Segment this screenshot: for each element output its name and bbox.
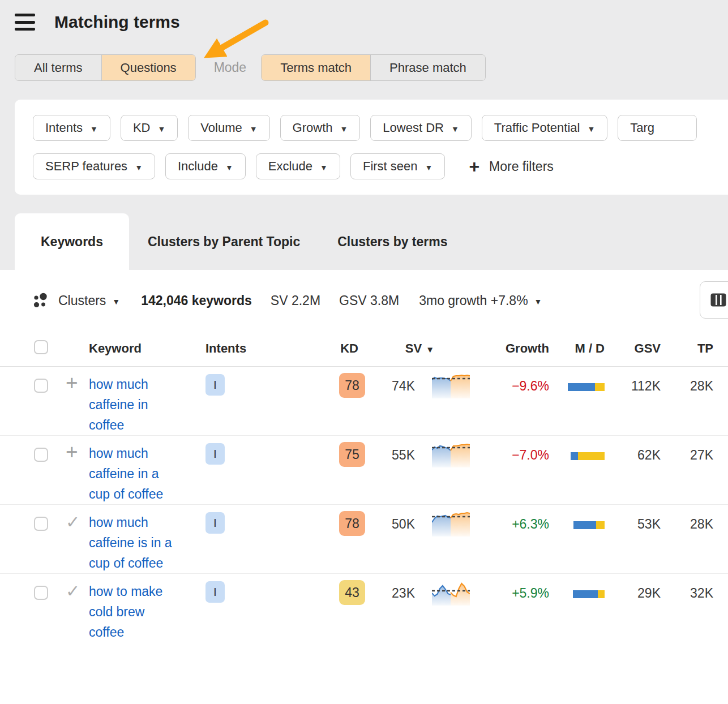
table-row: ✓ how much caffeine is in a cup of coffe…	[0, 505, 728, 574]
filter-volume[interactable]: Volume▼	[188, 115, 269, 141]
filter-lowest-dr[interactable]: Lowest DR▼	[370, 115, 471, 141]
sv-trend-sparkline	[415, 505, 470, 540]
intent-badge[interactable]: I	[205, 374, 225, 396]
keyword-link[interactable]: how much caffeine in coffee	[89, 367, 175, 435]
tp-value: 27K	[661, 436, 713, 468]
filter-exclude[interactable]: Exclude▼	[256, 153, 340, 179]
row-checkbox[interactable]	[34, 379, 48, 393]
gsv-value: 112K	[605, 367, 661, 399]
md-desktop-segment	[598, 590, 605, 598]
tab-keywords[interactable]: Keywords	[15, 213, 129, 270]
chevron-down-icon: ▼	[112, 297, 120, 306]
sv-trend-sparkline	[415, 574, 470, 609]
chevron-down-icon: ▼	[425, 163, 433, 172]
md-desktop-segment	[595, 383, 605, 391]
all-terms-button[interactable]: All terms	[15, 55, 101, 80]
gsv-value: 62K	[605, 436, 661, 468]
kd-badge: 78	[339, 373, 365, 398]
keyword-link[interactable]: how much caffeine is in a cup of coffee	[89, 505, 175, 573]
kd-badge: 43	[339, 580, 365, 605]
row-action-icon[interactable]: +	[61, 436, 89, 461]
chevron-down-icon: ▼	[250, 125, 258, 134]
intent-badge[interactable]: I	[205, 581, 225, 603]
table-header: Keyword Intents KD SV▼ Growth M / D GSV …	[0, 331, 728, 367]
intent-badge[interactable]: I	[205, 443, 225, 465]
filters-row-1: Intents▼KD▼Volume▼Growth▼Lowest DR▼Traff…	[15, 115, 728, 141]
growth-value: +6.3%	[470, 505, 549, 537]
mobile-desktop-bar	[549, 505, 605, 533]
match-mode-toggle: Terms match Phrase match	[261, 54, 486, 81]
clusters-dropdown[interactable]: Clusters ▼	[33, 293, 120, 308]
table-body: + how much caffeine in coffee I 78 74K −…	[0, 367, 728, 642]
gsv-value: 29K	[605, 574, 661, 606]
chevron-down-icon: ▼	[135, 163, 143, 172]
growth-summary-dropdown[interactable]: 3mo growth +7.8% ▼	[419, 293, 542, 308]
chevron-down-icon: ▼	[451, 125, 459, 134]
sv-value: 50K	[365, 505, 415, 537]
col-growth[interactable]: Growth	[470, 341, 549, 356]
table-row: + how much caffeine in a cup of coffee I…	[0, 436, 728, 505]
filter-growth[interactable]: Growth▼	[280, 115, 361, 141]
growth-value: −7.0%	[470, 436, 549, 468]
md-mobile-segment	[568, 383, 595, 391]
row-action-icon[interactable]: +	[61, 367, 89, 392]
chevron-down-icon: ▼	[587, 125, 595, 134]
tp-value: 28K	[661, 367, 713, 399]
terms-match-button[interactable]: Terms match	[262, 55, 370, 80]
select-all-checkbox[interactable]	[34, 340, 48, 354]
menu-icon[interactable]	[15, 14, 35, 31]
filter-first-seen[interactable]: First seen▼	[350, 153, 445, 179]
sv-value: 23K	[365, 574, 415, 606]
row-checkbox[interactable]	[34, 586, 48, 600]
md-mobile-segment	[573, 590, 598, 598]
md-desktop-segment	[578, 452, 605, 460]
filter-serp-features[interactable]: SERP features▼	[33, 153, 155, 179]
table-row: ✓ how to make cold brew coffee I 43 23K …	[0, 574, 728, 642]
filters-row-2: SERP features▼Include▼Exclude▼First seen…	[15, 153, 728, 179]
chevron-down-icon: ▼	[225, 163, 233, 172]
filters-panel: Intents▼KD▼Volume▼Growth▼Lowest DR▼Traff…	[15, 100, 728, 195]
filter-intents[interactable]: Intents▼	[33, 115, 110, 141]
tab-clusters-by-terms[interactable]: Clusters by terms	[319, 213, 466, 270]
col-sv-sorted[interactable]: SV▼	[405, 341, 434, 355]
keyword-link[interactable]: how much caffeine in a cup of coffee	[89, 436, 175, 504]
filter-include[interactable]: Include▼	[165, 153, 246, 179]
row-checkbox[interactable]	[34, 517, 48, 531]
tp-value: 28K	[661, 505, 713, 537]
growth-value: −9.6%	[470, 367, 549, 399]
kd-badge: 78	[339, 511, 365, 536]
intent-badge[interactable]: I	[205, 512, 225, 534]
mobile-desktop-bar	[549, 367, 605, 394]
md-desktop-segment	[596, 521, 605, 529]
filter-traffic-potential[interactable]: Traffic Potential▼	[482, 115, 608, 141]
view-tabs: KeywordsClusters by Parent TopicClusters…	[0, 213, 728, 270]
filter-target[interactable]: Targ	[618, 115, 697, 141]
col-intents[interactable]: Intents	[205, 341, 254, 356]
sv-value: 74K	[365, 367, 415, 399]
col-keyword[interactable]: Keyword	[89, 341, 205, 356]
col-kd[interactable]: KD	[254, 341, 365, 356]
sv-trend-sparkline	[415, 436, 470, 471]
row-checkbox[interactable]	[34, 448, 48, 462]
sort-desc-icon: ▼	[426, 345, 434, 354]
table-row: + how much caffeine in coffee I 78 74K −…	[0, 367, 728, 436]
row-action-icon[interactable]: ✓	[61, 574, 89, 601]
tab-clusters-by-parent-topic[interactable]: Clusters by Parent Topic	[129, 213, 319, 270]
keyword-link[interactable]: how to make cold brew coffee	[89, 574, 175, 642]
filter-kd[interactable]: KD▼	[121, 115, 178, 141]
row-action-icon[interactable]: ✓	[61, 505, 89, 532]
col-tp[interactable]: TP	[661, 341, 713, 356]
columns-settings-button[interactable]	[700, 281, 728, 319]
clusters-icon	[33, 293, 50, 308]
plus-icon: +	[469, 157, 479, 175]
chevron-down-icon: ▼	[534, 297, 542, 306]
questions-button[interactable]: Questions	[101, 55, 195, 80]
chevron-down-icon: ▼	[157, 125, 165, 134]
gsv-value: 53K	[605, 505, 661, 537]
keywords-count: 142,046 keywords	[141, 293, 252, 308]
growth-value: +5.9%	[470, 574, 549, 606]
col-md[interactable]: M / D	[549, 341, 605, 356]
phrase-match-button[interactable]: Phrase match	[370, 55, 485, 80]
col-gsv[interactable]: GSV	[605, 341, 661, 356]
more-filters-button[interactable]: + More filters	[469, 157, 553, 175]
